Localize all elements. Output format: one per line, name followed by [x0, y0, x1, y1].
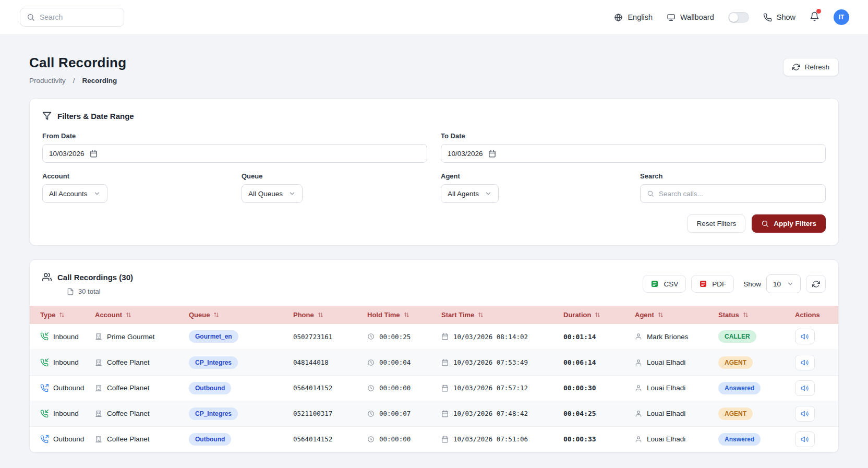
wallboard-link[interactable]: Wallboard — [667, 13, 714, 22]
refresh-icon — [792, 63, 800, 71]
queue-badge: Outbound — [189, 382, 231, 394]
to-date-input[interactable]: 10/03/2026 — [441, 144, 826, 163]
sort-icon — [657, 311, 664, 318]
call-type: Outbound — [53, 384, 84, 392]
calendar-icon — [441, 410, 449, 417]
sort-icon — [317, 311, 324, 318]
recording-row: Outbound Coffee Planet Outbound 05640141… — [30, 426, 839, 452]
global-search-input[interactable] — [40, 13, 117, 21]
column-header-status[interactable]: Status — [713, 306, 790, 324]
status-badge: CALLER — [718, 330, 756, 343]
agent-name: Louai Elhadi — [647, 384, 685, 392]
sort-icon — [742, 311, 749, 318]
breadcrumb-separator: / — [73, 77, 75, 85]
sort-icon — [594, 311, 601, 318]
hold-time: 00:00:00 — [379, 384, 411, 392]
calls-search-input[interactable] — [659, 190, 819, 198]
speaker-icon — [801, 332, 809, 341]
agent-name: Louai Elhadi — [647, 435, 685, 443]
start-time: 10/03/2026 07:51:06 — [453, 435, 528, 443]
speaker-icon — [801, 384, 809, 392]
phone-number: 0521100317 — [288, 401, 362, 426]
hold-time: 00:00:25 — [379, 333, 411, 341]
play-recording-button[interactable] — [795, 380, 815, 396]
duration: 00:04:25 — [563, 410, 596, 417]
column-header-hold[interactable]: Hold Time — [362, 306, 436, 324]
person-icon — [635, 410, 642, 417]
column-header-start[interactable]: Start Time — [436, 306, 558, 324]
export-csv-button[interactable]: CSV — [643, 275, 686, 293]
column-header-type[interactable]: Type — [30, 306, 90, 324]
page-size-select[interactable]: 10 — [766, 274, 801, 293]
column-header-queue[interactable]: Queue — [184, 306, 288, 324]
phone-number: 0564014152 — [288, 426, 362, 452]
notifications-button[interactable] — [810, 11, 819, 23]
apply-filters-button[interactable]: Apply Filters — [752, 214, 826, 233]
start-time: 10/03/2026 07:48:42 — [453, 410, 528, 417]
column-header-account[interactable]: Account — [90, 306, 184, 324]
agent-name: Louai Elhadi — [647, 410, 685, 417]
queue-select[interactable]: All Queues — [242, 184, 303, 203]
speaker-icon — [801, 358, 809, 367]
person-icon — [635, 359, 642, 366]
start-time: 10/03/2026 08:14:02 — [453, 333, 528, 341]
column-header-phone[interactable]: Phone — [288, 306, 362, 324]
calls-search-box[interactable] — [640, 184, 826, 203]
toggle-knob — [729, 13, 738, 22]
global-search[interactable] — [20, 8, 124, 27]
sort-icon — [125, 311, 132, 318]
account-name: Coffee Planet — [107, 358, 150, 366]
play-recording-button[interactable] — [795, 431, 815, 447]
language-switcher[interactable]: English — [614, 13, 653, 22]
search-icon — [647, 190, 654, 197]
play-recording-button[interactable] — [795, 406, 815, 422]
hold-time: 00:00:00 — [379, 435, 411, 443]
calendar-icon[interactable] — [488, 150, 496, 158]
recording-row: Inbound Coffee Planet CP_Integres 052110… — [30, 401, 839, 426]
chevron-down-icon — [485, 190, 492, 197]
clock-icon — [367, 436, 375, 443]
hold-time: 00:00:07 — [379, 410, 411, 417]
recordings-title: Call Recordings (30) — [57, 273, 133, 282]
sort-icon — [213, 311, 220, 318]
call-type: Inbound — [53, 358, 79, 366]
clock-icon — [367, 359, 375, 366]
account-select[interactable]: All Accounts — [42, 184, 107, 203]
recordings-card: Call Recordings (30) 30 total CSV PDF Sh… — [29, 259, 839, 453]
breadcrumb-parent[interactable]: Productivity — [29, 77, 66, 85]
calendar-icon[interactable] — [90, 150, 98, 158]
queue-label: Queue — [242, 172, 427, 180]
refresh-button[interactable]: Refresh — [783, 58, 839, 76]
calendar-icon — [441, 359, 449, 366]
status-badge: AGENT — [718, 407, 753, 420]
column-header-duration[interactable]: Duration — [558, 306, 630, 324]
building-icon — [95, 333, 102, 340]
phone-number: 0564014152 — [288, 375, 362, 401]
call-type: Inbound — [53, 333, 79, 341]
breadcrumb-current: Recording — [82, 77, 117, 85]
wallboard-label: Wallboard — [680, 13, 714, 21]
duration: 00:00:33 — [563, 435, 596, 443]
agent-select[interactable]: All Agents — [441, 184, 499, 203]
avatar[interactable]: IT — [834, 9, 849, 25]
call-type: Outbound — [53, 435, 84, 443]
search-icon — [27, 13, 35, 21]
play-recording-button[interactable] — [795, 355, 815, 370]
inbound-call-icon — [40, 410, 49, 418]
recording-row: Inbound Coffee Planet CP_Integres 048144… — [30, 350, 839, 375]
page-title: Call Recording — [29, 55, 126, 71]
reset-filters-button[interactable]: Reset Filters — [687, 214, 745, 233]
column-header-agent[interactable]: Agent — [630, 306, 713, 324]
agent-name: Louai Elhadi — [647, 358, 685, 366]
calendar-icon — [441, 385, 449, 392]
show-phone-button[interactable]: Show — [763, 13, 795, 22]
queue-badge: CP_Integres — [189, 356, 238, 369]
play-recording-button[interactable] — [795, 329, 815, 344]
clock-icon — [367, 385, 375, 392]
theme-toggle[interactable] — [728, 12, 749, 23]
clock-icon — [367, 333, 375, 340]
export-pdf-button[interactable]: PDF — [691, 275, 734, 293]
reload-table-button[interactable] — [806, 275, 826, 293]
person-icon — [635, 385, 642, 392]
from-date-input[interactable]: 10/03/2026 — [42, 144, 427, 163]
